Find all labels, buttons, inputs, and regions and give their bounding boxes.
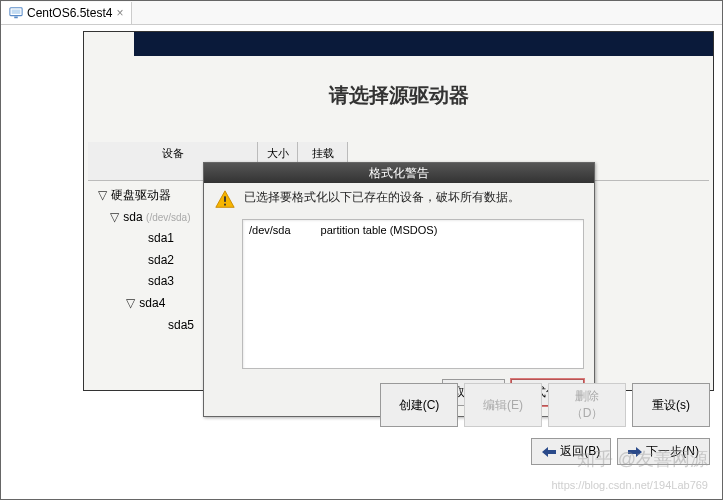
reset-button[interactable]: 重设(s): [632, 383, 710, 427]
device-detail: partition table (MSDOS): [321, 224, 438, 236]
chevron-down-icon[interactable]: ▽: [124, 293, 136, 315]
vm-tab[interactable]: CentOS6.5test4 ×: [1, 2, 132, 24]
back-button[interactable]: 返回(B): [531, 438, 611, 465]
dialog-title: 格式化警告: [204, 163, 594, 183]
next-button[interactable]: 下一步(N): [617, 438, 710, 465]
monitor-icon: [9, 6, 23, 20]
chevron-down-icon[interactable]: ▽: [96, 185, 108, 207]
edit-button: 编辑(E): [464, 383, 542, 427]
svg-rect-4: [224, 204, 226, 206]
svg-rect-1: [12, 9, 21, 13]
device-path: /dev/sda: [249, 224, 291, 236]
device-list[interactable]: /dev/sda partition table (MSDOS): [242, 219, 584, 369]
arrow-right-icon: [628, 447, 642, 457]
warning-icon: [214, 189, 236, 211]
page-title: 请选择源驱动器: [84, 82, 713, 109]
partition-actions: 创建(C) 编辑(E) 删除（D） 重设(s): [380, 383, 710, 427]
delete-button: 删除（D）: [548, 383, 626, 427]
svg-rect-3: [224, 196, 226, 202]
watermark-url: https://blog.csdn.net/194Lab769: [551, 479, 708, 491]
tab-bar: CentOS6.5test4 ×: [1, 1, 722, 25]
nav-buttons: 返回(B) 下一步(N): [531, 438, 710, 465]
close-icon[interactable]: ×: [116, 6, 123, 20]
top-banner: [134, 32, 713, 56]
svg-rect-2: [14, 16, 18, 18]
format-warning-dialog: 格式化警告 已选择要格式化以下已存在的设备，破坏所有数据。 /dev/sda p…: [203, 162, 595, 417]
arrow-left-icon: [542, 447, 556, 457]
tab-label: CentOS6.5test4: [27, 6, 112, 20]
create-button[interactable]: 创建(C): [380, 383, 458, 427]
chevron-down-icon[interactable]: ▽: [108, 207, 120, 229]
dialog-message: 已选择要格式化以下已存在的设备，破坏所有数据。: [244, 189, 520, 206]
list-item[interactable]: /dev/sda partition table (MSDOS): [249, 224, 577, 236]
